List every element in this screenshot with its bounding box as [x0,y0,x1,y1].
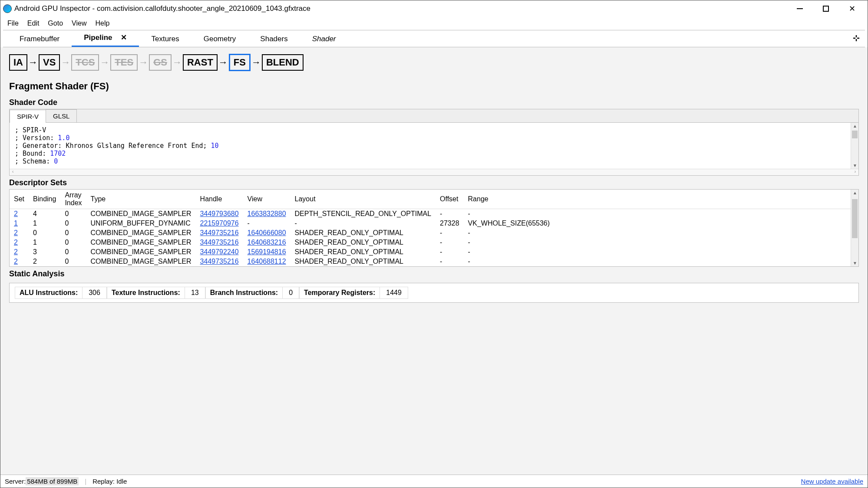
stage-ia[interactable]: IA [9,54,27,71]
cell-handle[interactable]: 3449735216 [196,238,243,247]
cell-set[interactable]: 2 [10,257,29,266]
minimize-button[interactable] [787,0,813,17]
cell-view[interactable]: - [243,219,290,228]
code-hscrollbar[interactable]: ‹› [10,169,858,175]
arrow-icon: → [218,57,229,68]
col-binding[interactable]: Binding [29,190,60,209]
scroll-thumb[interactable] [852,199,858,238]
code-text[interactable]: ; SPIR-V ; Version: 1.0 ; Generator: Khr… [10,123,858,169]
cell-set[interactable]: 1 [10,219,29,228]
tab-shaders[interactable]: Shaders [248,31,300,47]
stage-blend[interactable]: BLEND [262,54,304,71]
tab-close-icon[interactable]: ✕ [121,33,127,42]
update-link[interactable]: New update available [801,478,863,485]
stage-fs[interactable]: FS [229,54,251,71]
cell-handle-link[interactable]: 3449792240 [200,248,239,255]
col-layout[interactable]: Layout [290,190,436,209]
cell-handle[interactable]: 3449735216 [196,228,243,238]
cell-set-link[interactable]: 2 [14,258,18,265]
cell-handle[interactable]: 2215970976 [196,219,243,228]
cell-view[interactable]: 1640666080 [243,228,290,238]
table-row[interactable]: 220COMBINED_IMAGE_SAMPLER344973521616406… [10,257,858,266]
tab-textures[interactable]: Textures [139,31,191,47]
code-tab-glsl[interactable]: GLSL [46,109,77,122]
table-row[interactable]: 200COMBINED_IMAGE_SAMPLER344973521616406… [10,228,858,238]
close-button[interactable] [839,0,865,17]
cell-type: COMBINED_IMAGE_SAMPLER [86,209,196,219]
cell-set-link[interactable]: 2 [14,248,18,255]
tab-pipeline-label: Pipeline [84,33,112,42]
table-vscrollbar[interactable]: ▲▼ [851,190,858,266]
cell-set-link[interactable]: 2 [14,239,18,246]
cell-set-link[interactable]: 1 [14,219,18,227]
cell-set[interactable]: 2 [10,228,29,238]
cell-handle-link[interactable]: 3449735216 [200,229,239,236]
cell-handle-link[interactable]: 3449735216 [200,239,239,246]
scroll-thumb[interactable] [852,131,858,138]
table-row[interactable]: 210COMBINED_IMAGE_SAMPLER344973521616406… [10,238,858,247]
cell-handle-link[interactable]: 3449793680 [200,210,239,217]
cell-handle-link[interactable]: 3449735216 [200,258,239,265]
code-vscrollbar[interactable]: ▲▼ [851,123,858,169]
cell-set-link[interactable]: 2 [14,229,18,236]
col-set[interactable]: Set [10,190,29,209]
cell-view[interactable]: 1569194816 [243,247,290,257]
col-type[interactable]: Type [86,190,196,209]
col-handle[interactable]: Handle [196,190,243,209]
stage-gs[interactable]: GS [149,54,172,71]
cell-set[interactable]: 2 [10,247,29,257]
sa-branch-value: 0 [283,287,299,299]
tab-geometry[interactable]: Geometry [191,31,248,47]
menu-view[interactable]: View [67,18,91,29]
cell-view-link[interactable]: 1569194816 [248,248,286,255]
cell-handle-link[interactable]: 2215970976 [200,219,239,227]
statusbar: Server: 584MB of 899MB | Replay: Idle Ne… [0,475,868,488]
cell-view-link[interactable]: 1640683216 [248,239,286,246]
menu-file[interactable]: File [3,18,23,29]
menu-help[interactable]: Help [91,18,114,29]
menu-goto[interactable]: Goto [43,18,67,29]
menu-edit[interactable]: Edit [23,18,44,29]
cell-view-link[interactable]: 1640688112 [248,258,286,265]
cell-handle[interactable]: 3449793680 [196,209,243,219]
tab-pipeline[interactable]: Pipeline✕ [72,29,139,47]
cell-view-link[interactable]: 1640666080 [248,229,286,236]
cell-range: - [464,209,554,219]
col-range[interactable]: Range [464,190,554,209]
cell-view[interactable]: 1640688112 [243,257,290,266]
table-row[interactable]: 230COMBINED_IMAGE_SAMPLER344979224015691… [10,247,858,257]
cell-view[interactable]: 1640683216 [243,238,290,247]
cell-binding: 1 [29,219,60,228]
cell-layout: DEPTH_STENCIL_READ_ONLY_OPTIMAL [290,209,436,219]
window-controls [787,0,865,17]
table-header-row: Set Binding Array Index Type Handle View… [10,190,858,209]
cell-handle[interactable]: 3449792240 [196,247,243,257]
code-tab-spirv[interactable]: SPIR-V [10,110,46,123]
sa-temp-value: 1449 [380,287,408,299]
cell-set[interactable]: 2 [10,238,29,247]
stage-rast[interactable]: RAST [183,54,218,71]
cell-binding: 3 [29,247,60,257]
page-heading: Fragment Shader (FS) [5,75,863,95]
col-view[interactable]: View [243,190,290,209]
cell-set[interactable]: 2 [10,209,29,219]
code-number: 1702 [50,150,66,157]
table-row[interactable]: 110UNIFORM_BUFFER_DYNAMIC2215970976--273… [10,219,858,228]
cell-set-link[interactable]: 2 [14,210,18,217]
cell-view-link[interactable]: 1663832880 [248,210,286,217]
maximize-button[interactable] [813,0,839,17]
cell-handle[interactable]: 3449735216 [196,257,243,266]
col-offset[interactable]: Offset [436,190,464,209]
collapse-icon[interactable] [852,34,861,44]
tab-framebuffer[interactable]: Framebuffer [7,31,72,47]
descriptor-sets-panel: Set Binding Array Index Type Handle View… [9,189,859,267]
stage-vs[interactable]: VS [39,54,60,71]
table-row[interactable]: 240COMBINED_IMAGE_SAMPLER344979368016638… [10,209,858,219]
stage-tes[interactable]: TES [110,54,138,71]
content-area: IA → VS → TCS → TES → GS → RAST → FS → B… [0,47,868,475]
col-array-index[interactable]: Array Index [60,190,86,209]
cell-array-index: 0 [60,257,86,266]
tab-shader[interactable]: Shader [300,31,348,47]
stage-tcs[interactable]: TCS [71,54,99,71]
cell-view[interactable]: 1663832880 [243,209,290,219]
